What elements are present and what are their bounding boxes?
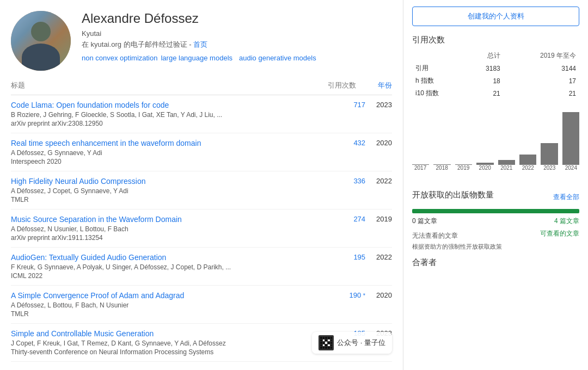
paper-authors: A Défossez, J Copet, G Synnaeve, Y Adi	[11, 187, 353, 195]
chart-bar-group	[498, 160, 515, 165]
stat-label: i10 指数	[412, 87, 466, 100]
tag-2[interactable]: large language models	[161, 54, 232, 62]
paper-row-right: 717 2023	[353, 101, 392, 109]
right-panel: 创建我的个人资料 引用次数 总计 2019 年至今 引用 3183 3144h …	[403, 0, 588, 370]
chart-x-labels: 20172018201920202021202220232024	[412, 165, 579, 171]
access-policy-text: 根据资助方的强制性开放获取政策	[412, 243, 579, 251]
coauthors-section: 合著者	[412, 257, 579, 268]
paper-title-link[interactable]: Real time speech enhancement in the wave…	[11, 139, 353, 147]
paper-citations: 336	[353, 177, 365, 185]
paper-venue: Thirty-seventh Conference on Neural Info…	[11, 348, 353, 356]
paper-row-right: 432 2020	[353, 139, 392, 147]
open-access-label: 4 篇文章	[554, 217, 579, 226]
col-label-header	[412, 50, 466, 62]
chart-x-label: 2024	[565, 165, 577, 171]
watermark-text: 公众号 · 量子位	[337, 338, 385, 348]
paper-authors: A Défossez, L Bottou, F Bach, N Usunier	[11, 301, 349, 309]
stat-since: 17	[504, 75, 579, 87]
chart-x-label: 2018	[436, 165, 448, 171]
paper-venue: arXiv preprint arXiv:1911.13254	[11, 234, 353, 242]
no-access-label: 0 篇文章	[412, 217, 437, 226]
access-labels: 0 篇文章 4 篇文章	[412, 217, 579, 226]
avatar	[11, 11, 71, 71]
stat-total: 21	[466, 87, 504, 100]
chart-bar-group	[541, 143, 558, 165]
paper-title-link[interactable]: Code Llama: Open foundation models for c…	[11, 101, 353, 109]
paper-row-right: 190 * 2020	[349, 291, 392, 299]
chart-x-label: 2022	[522, 165, 534, 171]
paper-row: Real time speech enhancement in the wave…	[11, 133, 392, 171]
chart-bars	[412, 105, 579, 165]
paper-venue: TMLR	[11, 310, 349, 318]
paper-row: A Simple Convergence Proof of Adam and A…	[11, 286, 392, 324]
access-status-row: 无法查看的文章 可查看的文章	[412, 229, 579, 240]
main-content: 标题 引用次数 年份 Code Llama: Open foundation m…	[0, 76, 403, 370]
open-access-header: 开放获取的出版物数量 查看全部	[412, 190, 579, 205]
paper-venue: ICML 2022	[11, 272, 353, 280]
paper-row-content: High Fidelity Neural Audio Compression A…	[11, 177, 392, 203]
paper-venue: arXiv preprint arXiv:2308.12950	[11, 120, 353, 127]
paper-title-link[interactable]: Music Source Separation in the Waveform …	[11, 215, 353, 224]
tag-3[interactable]: audio generative models	[239, 54, 316, 62]
stat-since: 21	[504, 87, 579, 100]
paper-left: Code Llama: Open foundation models for c…	[11, 101, 353, 127]
paper-venue: TMLR	[11, 196, 353, 203]
chart-bar	[541, 143, 558, 165]
paper-row: Code Llama: Open foundation models for c…	[11, 95, 392, 133]
paper-year: 2019	[376, 215, 392, 223]
paper-citations: 432	[353, 139, 365, 147]
tag-1[interactable]: non convex optimization	[82, 54, 157, 62]
paper-left: A Simple Convergence Proof of Adam and A…	[11, 291, 349, 318]
chart-x-label: 2019	[457, 165, 469, 171]
paper-authors: J Copet, F Kreuk, I Gat, T Remez, D Kant…	[11, 340, 353, 347]
col-total-header: 总计	[466, 50, 504, 62]
cannot-access-text: 无法查看的文章	[412, 231, 458, 240]
paper-title-link[interactable]: A Simple Convergence Proof of Adam and A…	[11, 291, 349, 300]
chart-x-label: 2020	[479, 165, 491, 171]
paper-left: High Fidelity Neural Audio Compression A…	[11, 177, 353, 203]
chart-bar	[519, 155, 536, 165]
papers-list: Code Llama: Open foundation models for c…	[11, 95, 392, 362]
chart-x-label: 2021	[500, 165, 512, 171]
paper-citations: 190 *	[349, 291, 365, 299]
coauthors-title: 合著者	[412, 257, 579, 268]
col-since-header: 2019 年至今	[504, 50, 579, 62]
paper-row-content: Music Source Separation in the Waveform …	[11, 215, 392, 242]
view-all-link[interactable]: 查看全部	[553, 193, 579, 202]
paper-row-content: AudioGen: Textually Guided Audio Generat…	[11, 253, 392, 280]
stat-label: h 指数	[412, 75, 466, 87]
stat-total: 18	[466, 75, 504, 87]
access-bar-fill	[412, 209, 579, 213]
citation-stat-row: h 指数 18 17	[412, 75, 579, 87]
paper-title-link[interactable]: High Fidelity Neural Audio Compression	[11, 177, 353, 186]
title-column-header: 标题	[11, 81, 25, 90]
chart-x-label: 2017	[414, 165, 426, 171]
paper-year: 2023	[376, 101, 392, 109]
paper-authors: A Défossez, G Synnaeve, Y Adi	[11, 149, 353, 157]
year-column-header: 年份	[378, 81, 392, 90]
paper-row-right: 336 2022	[353, 177, 392, 185]
chart-bar	[498, 160, 515, 165]
paper-left: AudioGen: Textually Guided Audio Generat…	[11, 253, 353, 280]
paper-venue: Interspeech 2020	[11, 158, 353, 165]
papers-header: 标题 引用次数 年份	[11, 76, 392, 95]
paper-row-right: 274 2019	[353, 215, 392, 223]
chart-container: 20172018201920202021202220232024	[412, 105, 579, 181]
homepage-link[interactable]: 首页	[193, 40, 207, 48]
avatar-image	[11, 11, 71, 71]
paper-authors: B Roziere, J Gehring, F Gloeckle, S Soot…	[11, 111, 353, 119]
chart-bar-group	[562, 112, 579, 165]
paper-row-content: Code Llama: Open foundation models for c…	[11, 101, 392, 127]
watermark: 公众号 · 量子位	[312, 332, 392, 354]
paper-title-link[interactable]: AudioGen: Textually Guided Audio Generat…	[11, 253, 353, 262]
open-access-section: 开放获取的出版物数量 查看全部 0 篇文章 4 篇文章 无法查看的文章 可查看的…	[412, 190, 579, 251]
paper-left: Real time speech enhancement in the wave…	[11, 139, 353, 165]
citation-stat-row: i10 指数 21 21	[412, 87, 579, 100]
paper-row: AudioGen: Textually Guided Audio Generat…	[11, 248, 392, 286]
paper-year: 2022	[376, 253, 392, 261]
chart-bar-group	[519, 155, 536, 165]
paper-row: High Fidelity Neural Audio Compression A…	[11, 171, 392, 209]
paper-title-link[interactable]: Simple and Controllable Music Generation	[11, 329, 353, 338]
create-profile-button[interactable]: 创建我的个人资料	[412, 7, 579, 26]
qr-code-icon	[318, 335, 334, 350]
